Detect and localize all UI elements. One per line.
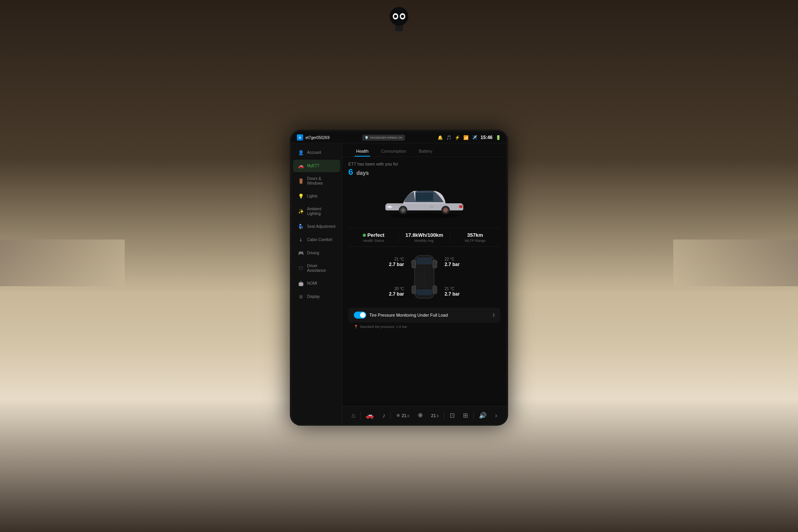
- main-screen: N et7ger050269 🛡️ PASSENGER AIRBAG ON 🔔 …: [290, 130, 508, 426]
- account-label: Account: [307, 150, 321, 155]
- nomi-label: NOMI: [307, 281, 317, 286]
- taskbar-home[interactable]: ⌂: [348, 410, 358, 421]
- tpms-row: Tire Pressure Monitoring Under Full Load…: [348, 308, 500, 322]
- tab-consumption[interactable]: Consumption: [375, 146, 413, 157]
- tab-battery[interactable]: Battery: [413, 146, 439, 157]
- sidebar-item-nomi[interactable]: 🤖 NOMI: [293, 277, 340, 290]
- svg-rect-26: [412, 286, 416, 294]
- taskbar-divider-4: [473, 412, 474, 419]
- ambient-label: Ambient Lighting: [307, 207, 335, 216]
- green-dot: [363, 234, 366, 237]
- health-label: Health Status: [348, 239, 399, 243]
- tire-rear-right: 21 °C 2.7 bar: [445, 287, 460, 297]
- bluetooth-icon: ⚡: [455, 135, 460, 140]
- sidebar-item-myet7[interactable]: 🚗 MyET7: [293, 160, 340, 172]
- taskbar-car-icon: 🚗: [366, 412, 374, 419]
- stat-health: Perfect Health Status: [348, 232, 399, 243]
- tpms-label: Tire Pressure Monitoring Under Full Load: [369, 313, 490, 317]
- tire-pressure-section: 21 °C 2.7 bar 20 °C 2.7 bar: [348, 252, 500, 302]
- wifi-icon: 📶: [463, 135, 469, 140]
- tpms-toggle[interactable]: [354, 312, 366, 319]
- driving-label: Driving: [307, 251, 319, 255]
- doors-label: Doors &Windows: [307, 176, 323, 186]
- cabin-icon: 🌡: [298, 237, 304, 243]
- car-icon: 🚗: [298, 163, 304, 169]
- range-label: WLTP Range: [450, 239, 500, 243]
- chevron-right-icon: ›: [495, 412, 497, 419]
- assistance-icon: 🛡: [298, 266, 304, 271]
- taskbar-chevron[interactable]: ›: [492, 410, 500, 421]
- range-value: 357km: [450, 232, 500, 238]
- nomi-icon: 🤖: [298, 281, 304, 286]
- tab-health[interactable]: Health: [350, 146, 375, 157]
- info-icon[interactable]: ℹ: [493, 312, 495, 318]
- fan-icon: ❋: [418, 412, 423, 419]
- tire-rear-left: 20 °C 2.7 bar: [389, 287, 404, 297]
- temp-right-value: 21.5: [431, 413, 439, 418]
- car-image-container: ET7: [348, 180, 500, 223]
- sidebar-item-ambient[interactable]: ✨ Ambient Lighting: [293, 203, 340, 220]
- seat-heat-icon: ⊡: [450, 412, 455, 419]
- sidebar-item-driving[interactable]: 🎮 Driving: [293, 247, 340, 259]
- svg-rect-27: [433, 286, 437, 294]
- right-panel: Health Consumption Battery ET7 has been …: [342, 143, 507, 424]
- wood-panel-left: [0, 240, 125, 286]
- taskbar-temp-left[interactable]: ❄ 21.0: [393, 410, 413, 421]
- location-icon: 📍: [354, 325, 358, 329]
- car-topdown-svg: [409, 252, 440, 302]
- grid-icon: ⊞: [463, 412, 468, 419]
- display-label: Display: [307, 294, 320, 299]
- stats-row: Perfect Health Status 17.8kWh/100km Mont…: [348, 228, 500, 247]
- taskbar-divider-3: [444, 412, 444, 419]
- display-icon: 🖥: [298, 294, 304, 299]
- doors-icon: 🚪: [298, 178, 304, 184]
- airbag-text: PASSENGER AIRBAG ON: [370, 136, 403, 139]
- account-icon: 👤: [298, 150, 304, 155]
- car-days: 6 days: [348, 167, 500, 177]
- fl-pressure: 2.7 bar: [389, 262, 404, 267]
- header-left: N et7ger050269: [297, 134, 330, 141]
- taskbar-volume[interactable]: 🔊: [476, 409, 490, 421]
- tab-bar: Health Consumption Battery: [342, 143, 507, 157]
- sidebar: 👤 Account 🚗 MyET7 🚪 Doors &Windows 💡 Lig…: [291, 143, 342, 424]
- username-label: et7ger050269: [305, 136, 330, 140]
- taskbar-grid[interactable]: ⊞: [460, 409, 471, 421]
- rr-temp: 21 °C: [445, 287, 460, 291]
- sidebar-item-cabin[interactable]: 🌡 Cabin Comfort: [293, 234, 340, 246]
- clock: 15:46: [480, 135, 493, 140]
- fr-temp: 22 °C: [445, 257, 460, 261]
- wood-panel-right: [673, 240, 798, 286]
- sidebar-item-seat[interactable]: 💺 Seat Adjustment: [293, 220, 340, 233]
- taskbar-divider-1: [360, 412, 361, 419]
- taskbar-car[interactable]: 🚗: [363, 409, 377, 421]
- sidebar-item-lights[interactable]: 💡 Lights: [293, 190, 340, 203]
- sidebar-item-assistance[interactable]: 🛡 Driver Assistance: [293, 260, 340, 277]
- airbag-badge: 🛡️ PASSENGER AIRBAG ON: [362, 135, 405, 141]
- lights-label: Lights: [307, 194, 318, 199]
- tire-front-right: 22 °C 2.7 bar: [445, 257, 460, 267]
- sidebar-item-doors[interactable]: 🚪 Doors &Windows: [293, 173, 340, 189]
- svg-rect-25: [433, 260, 437, 268]
- seat-label: Seat Adjustment: [307, 224, 335, 229]
- taskbar-media[interactable]: ♪: [379, 410, 388, 421]
- fl-temp: 21 °C: [389, 257, 404, 261]
- taskbar: ⌂ 🚗 ♪ ❄ 21.0 ❋: [342, 406, 507, 424]
- taskbar-seat-heat[interactable]: ⊡: [447, 409, 458, 421]
- svg-rect-24: [412, 260, 416, 268]
- assistance-label: Driver Assistance: [307, 264, 335, 273]
- taskbar-fan[interactable]: ❋: [415, 409, 426, 421]
- sidebar-item-display[interactable]: 🖥 Display: [293, 291, 340, 303]
- cabin-label: Cabin Comfort: [307, 238, 332, 242]
- ambient-icon: ✨: [298, 209, 304, 214]
- taskbar-temp-right[interactable]: 21.5: [428, 411, 442, 420]
- bell-icon: 🔔: [438, 135, 443, 140]
- sidebar-item-account[interactable]: 👤 Account: [293, 146, 340, 159]
- svg-point-8: [388, 206, 391, 208]
- taskbar-divider-2: [390, 412, 391, 419]
- home-icon: ⌂: [351, 412, 355, 419]
- header: N et7ger050269 🛡️ PASSENGER AIRBAG ON 🔔 …: [291, 131, 507, 143]
- volume-icon: 🔊: [479, 412, 487, 419]
- tpms-sub: 📍 Standard tire pressure: 2.6 bar: [348, 325, 500, 332]
- left-tires: 21 °C 2.7 bar 20 °C 2.7 bar: [389, 257, 409, 297]
- battery-icon: 🔋: [496, 135, 501, 140]
